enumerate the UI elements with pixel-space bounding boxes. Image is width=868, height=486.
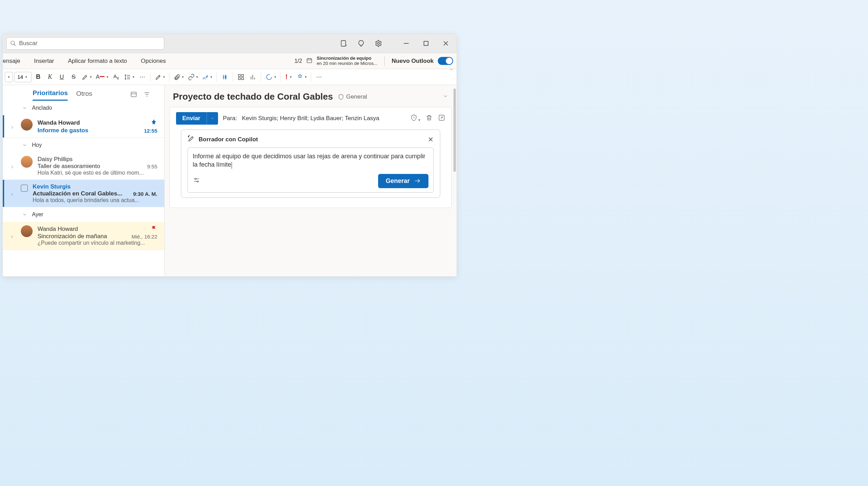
flag-icon[interactable] <box>151 225 157 233</box>
titlebar-actions <box>340 40 453 47</box>
message-time: 12:55 <box>144 128 157 134</box>
adjust-prompt-icon[interactable] <box>193 176 200 185</box>
search-placeholder: Buscar <box>19 40 37 47</box>
calendar-reminder[interactable]: Sincronización de equipo en 20 min reuni… <box>317 56 377 66</box>
styles-button[interactable]: ▾ <box>153 72 166 83</box>
reading-pane: Proyecto de techado de Coral Gables Gene… <box>165 85 457 276</box>
tab-options[interactable]: Opciones <box>134 53 173 69</box>
calendar-icon[interactable] <box>306 57 312 65</box>
signature-button[interactable]: ▾ <box>201 72 214 83</box>
highlight-button[interactable]: ▾ <box>80 72 93 83</box>
apps-button[interactable] <box>236 72 246 83</box>
expand-ribbon-icon[interactable] <box>449 67 454 87</box>
loop-button[interactable]: ▾ <box>264 72 277 83</box>
link-button[interactable]: ▾ <box>186 72 199 83</box>
tab-format[interactable]: Aplicar formato a texto <box>61 53 134 69</box>
copilot-icon[interactable] <box>219 72 230 83</box>
send-button[interactable]: Enviar <box>176 112 207 125</box>
send-button-group: Enviar <box>176 112 218 125</box>
message-item[interactable]: Daisy Phillips Taller de asesoramiento 9… <box>3 152 164 180</box>
tab-insert[interactable]: Insertar <box>27 53 61 69</box>
gear-icon[interactable] <box>375 40 382 47</box>
group-yesterday[interactable]: Ayer <box>3 207 164 222</box>
copilot-title: Borrador con Copilot <box>199 136 258 143</box>
minimize-icon[interactable] <box>402 40 410 47</box>
to-recipients[interactable]: Kevin Sturgis; Henry Brill; Lydia Bauer;… <box>242 115 379 122</box>
message-subject: Informe de gastos <box>37 127 88 134</box>
copilot-pen-icon <box>187 135 195 144</box>
more-toolbar-button[interactable]: ⋯ <box>314 72 324 83</box>
svg-point-0 <box>11 41 15 45</box>
expand-thread-icon[interactable] <box>10 156 16 176</box>
font-family-combo[interactable]: ▾ <box>5 72 13 82</box>
expand-thread-icon[interactable] <box>10 119 16 134</box>
group-pinned[interactable]: Anclado <box>3 101 164 115</box>
send-options-button[interactable] <box>207 112 218 125</box>
attachment-button[interactable]: ▾ <box>172 72 185 83</box>
expand-thread-icon[interactable] <box>10 183 16 203</box>
delete-draft-icon[interactable] <box>426 114 433 123</box>
to-label: Para: <box>223 115 237 122</box>
strikethrough-button[interactable]: S <box>68 72 79 83</box>
underline-button[interactable]: U <box>57 72 67 83</box>
main-area: Prioritarios Otros Anclado Wanda Howard <box>3 85 457 276</box>
message-item[interactable]: Wanda Howard Informe de gastos 12:55 <box>3 115 164 138</box>
sensitivity-label[interactable]: General <box>338 93 367 100</box>
font-color-button[interactable]: A▾ <box>94 72 110 83</box>
message-time: 9:55 <box>147 164 157 169</box>
more-format-button[interactable]: ⋯ <box>137 72 148 83</box>
svg-rect-15 <box>238 74 240 76</box>
layout-icon[interactable] <box>130 91 137 99</box>
search-icon <box>10 40 16 47</box>
tag-button[interactable]: ▾ <box>295 72 308 83</box>
close-copilot-icon[interactable]: ✕ <box>428 135 434 144</box>
group-today[interactable]: Hoy <box>3 138 164 152</box>
shield-icon <box>338 94 344 100</box>
avatar <box>21 119 33 131</box>
tab-prioritarios[interactable]: Prioritarios <box>33 89 68 101</box>
scrollbar[interactable] <box>453 89 456 172</box>
filter-icon[interactable] <box>143 91 150 99</box>
collapse-subject-icon[interactable] <box>443 93 448 100</box>
close-icon[interactable] <box>442 40 450 47</box>
copilot-prompt-input[interactable]: Informe al equipo de que decidimos usar … <box>187 148 434 193</box>
poll-button[interactable] <box>248 72 258 83</box>
svg-point-31 <box>195 178 196 180</box>
clear-format-button[interactable]: Ax <box>111 72 122 83</box>
search-input[interactable]: Buscar <box>6 37 164 50</box>
expand-thread-icon[interactable] <box>10 225 16 246</box>
sender-name: Daisy Phillips <box>37 156 73 163</box>
popout-icon[interactable] <box>438 114 445 123</box>
chevron-down-icon <box>22 106 27 110</box>
message-preview: ¿Puede compartir un vínculo al marketing… <box>37 240 157 246</box>
tab-otros[interactable]: Otros <box>76 90 92 100</box>
format-toolbar: ▾ 14▾ B K U S ▾ A▾ Ax ▾ ⋯ ▾ ▾ ▾ ▾ ▾ !▾ ▾… <box>3 69 457 85</box>
message-item-selected[interactable]: Kevin Sturgis Actualización en Coral Gab… <box>3 180 164 207</box>
avatar <box>21 156 33 168</box>
importance-button[interactable]: !▾ <box>283 72 294 83</box>
message-item[interactable]: Wanda Howard Sincronización de mañana Mi… <box>3 222 164 250</box>
email-subject: Proyecto de techado de Coral Gables <box>173 91 333 102</box>
line-spacing-button[interactable]: ▾ <box>123 72 136 83</box>
notes-icon[interactable] <box>340 40 348 47</box>
svg-point-22 <box>266 74 272 79</box>
svg-rect-16 <box>241 74 243 76</box>
sensitivity-icon[interactable]: ?▾ <box>410 114 420 123</box>
svg-point-33 <box>197 181 198 182</box>
app-window: Buscar ensaje Insertar Aplicar formato a… <box>2 34 457 277</box>
italic-button[interactable]: K <box>45 72 55 83</box>
pin-icon[interactable] <box>150 119 157 127</box>
page-count: 1/2 <box>294 58 302 64</box>
tab-message[interactable]: ensaje <box>3 53 27 69</box>
message-list-pane: Prioritarios Otros Anclado Wanda Howard <box>3 85 165 276</box>
svg-rect-2 <box>341 41 346 47</box>
generate-button[interactable]: Generar <box>378 174 428 188</box>
reminder-title: Sincronización de equipo <box>317 56 377 61</box>
bold-button[interactable]: B <box>33 72 43 83</box>
select-checkbox[interactable] <box>21 185 28 192</box>
tips-icon[interactable] <box>357 40 365 47</box>
maximize-icon[interactable] <box>422 40 430 47</box>
new-outlook-toggle[interactable] <box>438 57 453 65</box>
font-size-combo[interactable]: 14▾ <box>14 72 32 82</box>
subject-row: Proyecto de techado de Coral Gables Gene… <box>165 85 457 107</box>
